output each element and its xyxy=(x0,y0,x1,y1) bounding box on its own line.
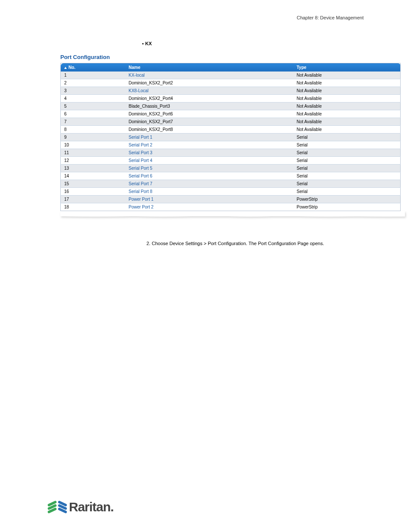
table-row: 13Serial Port 5Serial xyxy=(61,165,401,172)
table-row: 10Serial Port 2Serial xyxy=(61,141,401,149)
port-name-link[interactable]: Serial Port 6 xyxy=(129,174,153,178)
cell-name[interactable]: Serial Port 1 xyxy=(125,134,293,141)
col-type-header[interactable]: Type xyxy=(293,63,401,72)
cell-no: 8 xyxy=(61,126,125,134)
table-row: 11Serial Port 3Serial xyxy=(61,149,401,157)
table-row: 12Serial Port 4Serial xyxy=(61,157,401,165)
port-config-title: Port Configuration xyxy=(60,54,405,60)
torn-edge-graphic xyxy=(60,211,405,221)
cell-name[interactable]: KX8-Local xyxy=(125,87,293,95)
port-name-link[interactable]: Power Port 1 xyxy=(129,197,154,202)
table-row: 6Dominion_KSX2_Port6Not Available xyxy=(61,110,401,118)
cell-name[interactable]: Serial Port 4 xyxy=(125,157,293,165)
table-row: 14Serial Port 6Serial xyxy=(61,172,401,180)
raritan-mark-icon xyxy=(47,500,67,514)
port-name-link[interactable]: KX-local xyxy=(129,73,145,78)
cell-type: Serial xyxy=(293,157,401,165)
cell-name[interactable]: KX-local xyxy=(125,72,293,79)
table-row: 5Blade_Chassis_Port3Not Available xyxy=(61,103,401,110)
cell-no: 7 xyxy=(61,118,125,126)
cell-type: Serial xyxy=(293,165,401,172)
cell-name: Dominion_KSX2_Port7 xyxy=(125,118,293,126)
cell-no: 2 xyxy=(61,79,125,87)
table-row: 9Serial Port 1Serial xyxy=(61,134,401,141)
cell-no: 3 xyxy=(61,87,125,95)
cell-name[interactable]: Serial Port 6 xyxy=(125,172,293,180)
cell-type: Not Available xyxy=(293,126,401,134)
cell-type: Serial xyxy=(293,134,401,141)
cell-no: 14 xyxy=(61,172,125,180)
cell-no: 11 xyxy=(61,149,125,157)
cell-no: 4 xyxy=(61,95,125,103)
brand-logo: Raritan. xyxy=(47,500,114,514)
cell-name[interactable]: Power Port 1 xyxy=(125,196,293,203)
port-name-link[interactable]: Serial Port 1 xyxy=(129,135,153,140)
cell-type: Serial xyxy=(293,172,401,180)
cell-type: Serial xyxy=(293,180,401,188)
cell-type: Not Available xyxy=(293,118,401,126)
table-row: 18Power Port 2PowerStrip xyxy=(61,203,401,211)
table-row: 7Dominion_KSX2_Port7Not Available xyxy=(61,118,401,126)
cell-no: 13 xyxy=(61,165,125,172)
cell-no: 6 xyxy=(61,110,125,118)
cell-no: 16 xyxy=(61,188,125,196)
port-name-link[interactable]: Serial Port 7 xyxy=(129,181,153,186)
port-name-link[interactable]: Serial Port 3 xyxy=(129,150,153,155)
cell-type: Not Available xyxy=(293,103,401,110)
cell-type: Not Available xyxy=(293,95,401,103)
port-config-table: No. Name Type 1KX-localNot Available2Dom… xyxy=(60,63,401,211)
cell-type: PowerStrip xyxy=(293,196,401,203)
sort-asc-icon xyxy=(64,67,67,69)
cell-type: Not Available xyxy=(293,87,401,95)
col-name-header[interactable]: Name xyxy=(125,63,293,72)
table-row: 3KX8-LocalNot Available xyxy=(61,87,401,95)
port-name-link[interactable]: Power Port 2 xyxy=(129,205,154,209)
cell-name[interactable]: Serial Port 7 xyxy=(125,180,293,188)
table-row: 15Serial Port 7Serial xyxy=(61,180,401,188)
table-row: 16Serial Port 8Serial xyxy=(61,188,401,196)
cell-no: 1 xyxy=(61,72,125,79)
chapter-header: Chapter 8: Device Management xyxy=(0,0,411,20)
cell-name: Blade_Chassis_Port3 xyxy=(125,103,293,110)
cell-type: Serial xyxy=(293,188,401,196)
cell-no: 18 xyxy=(61,203,125,211)
cell-no: 5 xyxy=(61,103,125,110)
cell-no: 17 xyxy=(61,196,125,203)
cell-type: Not Available xyxy=(293,79,401,87)
cell-no: 9 xyxy=(61,134,125,141)
table-row: 4Dominion_KSX2_Port4Not Available xyxy=(61,95,401,103)
port-name-link[interactable]: Serial Port 2 xyxy=(129,143,153,147)
cell-type: Not Available xyxy=(293,110,401,118)
section-title: ▪ KX xyxy=(0,20,411,46)
cell-no: 10 xyxy=(61,141,125,149)
cell-type: Serial xyxy=(293,149,401,157)
brand-name: Raritan. xyxy=(69,500,114,514)
port-name-link[interactable]: Serial Port 8 xyxy=(129,189,153,194)
port-name-link[interactable]: Serial Port 4 xyxy=(129,158,153,163)
port-name-link[interactable]: Serial Port 5 xyxy=(129,166,153,171)
cell-name: Dominion_KSX2_Port2 xyxy=(125,79,293,87)
cell-name: Dominion_KSX2_Port4 xyxy=(125,95,293,103)
cell-name[interactable]: Power Port 2 xyxy=(125,203,293,211)
cell-no: 12 xyxy=(61,157,125,165)
table-row: 8Dominion_KSX2_Port8Not Available xyxy=(61,126,401,134)
cell-name[interactable]: Serial Port 5 xyxy=(125,165,293,172)
port-name-link[interactable]: KX8-Local xyxy=(129,88,149,93)
cell-name[interactable]: Serial Port 2 xyxy=(125,141,293,149)
cell-type: Not Available xyxy=(293,72,401,79)
instruction-step-2: 2. Choose Device Settings > Port Configu… xyxy=(146,240,362,247)
table-row: 17Power Port 1PowerStrip xyxy=(61,196,401,203)
cell-name: Dominion_KSX2_Port6 xyxy=(125,110,293,118)
col-no-header[interactable]: No. xyxy=(61,63,125,72)
cell-type: Serial xyxy=(293,141,401,149)
port-config-panel: Port Configuration No. Name Type 1KX-loc… xyxy=(60,54,405,211)
col-no-label: No. xyxy=(68,65,75,70)
cell-name[interactable]: Serial Port 8 xyxy=(125,188,293,196)
table-row: 2Dominion_KSX2_Port2Not Available xyxy=(61,79,401,87)
cell-type: PowerStrip xyxy=(293,203,401,211)
cell-no: 15 xyxy=(61,180,125,188)
table-row: 1KX-localNot Available xyxy=(61,72,401,79)
cell-name[interactable]: Serial Port 3 xyxy=(125,149,293,157)
cell-name: Dominion_KSX2_Port8 xyxy=(125,126,293,134)
